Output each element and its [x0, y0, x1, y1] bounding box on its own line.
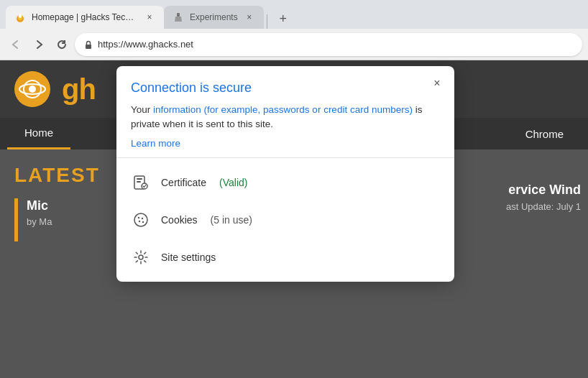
svg-point-2	[19, 14, 22, 18]
desc-part1: Your	[131, 104, 153, 115]
certificate-status: (Valid)	[219, 177, 247, 188]
tab-experiments-close[interactable]: ×	[244, 11, 255, 23]
tab-ghacks[interactable]: Homepage | gHacks Technology ×	[6, 6, 164, 29]
svg-point-15	[138, 216, 139, 218]
learn-more-link[interactable]: Learn more	[131, 138, 440, 149]
svg-point-8	[29, 86, 36, 93]
new-tab-button[interactable]: +	[273, 9, 293, 29]
article-meta-right: ast Update: July 1	[499, 201, 588, 212]
tab-experiments[interactable]: Experiments ×	[164, 6, 264, 29]
article-title-right: ervice Wind	[501, 183, 588, 198]
site-settings-label: Site settings	[161, 252, 216, 263]
lock-icon	[83, 40, 93, 50]
tab-ghacks-title: Homepage | gHacks Technology	[32, 12, 138, 22]
popup-description: Your information (for example, passwords…	[131, 103, 440, 132]
svg-point-19	[139, 255, 143, 259]
desc-highlight: information (for example, passwords or c…	[153, 104, 413, 115]
article-title-partial: Mic	[27, 198, 52, 213]
svg-point-18	[142, 221, 144, 222]
tab-experiments-favicon	[173, 11, 184, 23]
site-settings-item[interactable]: Site settings	[116, 239, 454, 276]
tab-bar: Homepage | gHacks Technology × Experimen…	[0, 0, 588, 29]
article-bar	[14, 198, 18, 241]
certificate-label: Certificate	[161, 177, 206, 188]
svg-point-17	[139, 220, 140, 221]
certificate-icon	[131, 172, 151, 193]
address-bar: https://www.ghacks.net	[0, 29, 588, 60]
cookie-icon	[131, 210, 151, 230]
forward-button[interactable]	[29, 34, 49, 55]
security-popup: Connection is secure Your information (f…	[116, 66, 454, 282]
svg-rect-5	[86, 45, 91, 49]
cookies-status: (5 in use)	[211, 214, 252, 226]
settings-icon	[131, 247, 151, 267]
cookies-item[interactable]: Cookies (5 in use)	[116, 201, 454, 239]
browser-frame: Homepage | gHacks Technology × Experimen…	[0, 0, 588, 378]
nav-home[interactable]: Home	[7, 118, 70, 149]
svg-rect-12	[137, 181, 141, 183]
article-meta-partial: by Ma	[27, 216, 52, 227]
popup-header: Connection is secure Your information (f…	[116, 66, 454, 157]
url-text: https://www.ghacks.net	[98, 39, 574, 50]
popup-items: Certificate (Valid) Cookies	[116, 158, 454, 282]
popup-title: Connection is secure	[131, 80, 440, 96]
tab-ghacks-close[interactable]: ×	[144, 11, 155, 23]
article-text: Mic by Ma	[27, 198, 52, 227]
svg-marker-4	[175, 17, 182, 22]
site-name-partial: gh	[62, 73, 96, 106]
nav-chrome[interactable]: Chrome	[508, 118, 581, 149]
back-button[interactable]	[6, 34, 26, 55]
popup-close-button[interactable]: ×	[428, 75, 446, 92]
certificate-item[interactable]: Certificate (Valid)	[116, 164, 454, 201]
tab-divider	[267, 14, 267, 29]
website-content: gh Home Chrome LATEST Mic by Ma ervice W…	[0, 60, 588, 378]
cookies-label: Cookies	[161, 214, 198, 226]
tab-experiments-title: Experiments	[190, 12, 238, 22]
reload-button[interactable]	[52, 34, 72, 55]
svg-rect-3	[177, 13, 180, 17]
tab-ghacks-favicon	[14, 11, 26, 23]
site-logo	[14, 71, 50, 107]
svg-point-14	[134, 213, 147, 226]
svg-point-16	[142, 217, 143, 218]
url-bar[interactable]: https://www.ghacks.net	[75, 33, 582, 56]
svg-rect-11	[137, 178, 142, 180]
